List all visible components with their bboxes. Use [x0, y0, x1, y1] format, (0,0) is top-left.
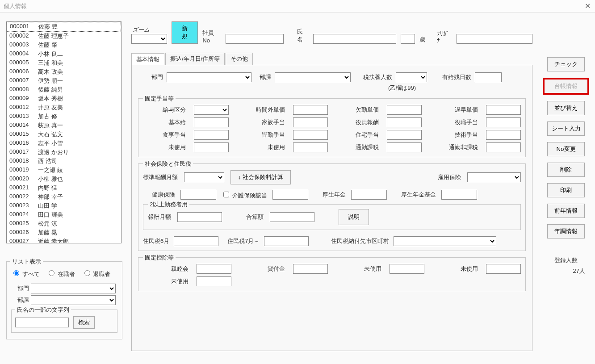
- employee-row[interactable]: 000017渡邊 かおり: [7, 148, 121, 157]
- tab-other[interactable]: その他: [226, 53, 253, 65]
- employee-row[interactable]: 000001佐藤 豊: [7, 22, 121, 32]
- radio-all[interactable]: すべて: [11, 271, 40, 277]
- filter-dept-select[interactable]: [31, 284, 116, 293]
- multi-monthly-input[interactable]: [177, 212, 222, 222]
- employee-row[interactable]: 000024田口 輝美: [7, 210, 121, 219]
- search-button[interactable]: 検索: [73, 316, 95, 329]
- nursing-checkbox[interactable]: 介護保険該当: [222, 190, 267, 200]
- sort-button[interactable]: 並び替え: [547, 101, 585, 115]
- employee-row[interactable]: 000018西 浩司: [7, 157, 121, 166]
- unused1-input[interactable]: [194, 142, 229, 152]
- age-input[interactable]: [401, 34, 415, 44]
- employee-row[interactable]: 000006高木 政美: [7, 67, 121, 76]
- resident-city-select[interactable]: [394, 236, 496, 246]
- overtime-rate-input[interactable]: [293, 105, 328, 115]
- ledger-button[interactable]: 台帳情報: [543, 78, 589, 95]
- dept-select[interactable]: [167, 72, 251, 82]
- employee-row[interactable]: 000009坂本 秀樹: [7, 94, 121, 103]
- commute-nontax-input[interactable]: [486, 142, 521, 152]
- employee-row[interactable]: 000020小柳 雅也: [7, 175, 121, 184]
- radio-retired[interactable]: 退職者: [82, 271, 111, 277]
- employee-id: 000004: [9, 50, 38, 58]
- renumber-button[interactable]: No変更: [547, 142, 585, 156]
- employee-row[interactable]: 000022神部 幸子: [7, 192, 121, 201]
- employee-row[interactable]: 000025松元 涼: [7, 219, 121, 228]
- employee-row[interactable]: 000021内野 猛: [7, 184, 121, 192]
- otsu-note: (乙欄は99): [388, 84, 526, 92]
- employee-row[interactable]: 000003佐藤 肇: [7, 41, 121, 50]
- family-input[interactable]: [293, 117, 328, 127]
- prev-year-button[interactable]: 前年情報: [547, 204, 585, 218]
- employee-row[interactable]: 000005三浦 和美: [7, 59, 121, 67]
- commute-tax-input[interactable]: [387, 142, 422, 152]
- housing-input[interactable]: [387, 130, 422, 140]
- tab-transfer[interactable]: 振込/年月日/住所等: [165, 53, 225, 65]
- filter-dept-label: 部門: [11, 285, 29, 293]
- delete-button[interactable]: 削除: [547, 163, 585, 177]
- employee-row[interactable]: 000008後藤 純男: [7, 85, 121, 94]
- health-input[interactable]: [180, 190, 216, 200]
- pension-input[interactable]: [351, 190, 387, 200]
- name-search-input[interactable]: [15, 318, 69, 327]
- calc-insurance-button[interactable]: ↓ 社会保険料計算: [230, 170, 291, 184]
- attend-label: 皆勤手当: [237, 131, 285, 139]
- tech-input[interactable]: [486, 130, 521, 140]
- multi-total-input[interactable]: [270, 212, 314, 222]
- employee-row[interactable]: 000023山田 学: [7, 201, 121, 210]
- pension-fund-input[interactable]: [441, 190, 477, 200]
- attend-input[interactable]: [293, 130, 328, 140]
- employee-list[interactable]: 000001佐藤 豊000002佐藤 理恵子000003佐藤 肇000004小林…: [6, 21, 122, 243]
- radio-active[interactable]: 在職者: [46, 271, 75, 277]
- employee-row[interactable]: 000002佐藤 理恵子: [7, 32, 121, 41]
- officer-allow-input[interactable]: [486, 117, 521, 127]
- health-label: 健康保険: [152, 191, 175, 199]
- loan-input[interactable]: [293, 264, 328, 274]
- resident6-input[interactable]: [174, 236, 218, 246]
- commute-tax-label: 通勤課税: [336, 143, 379, 151]
- check-button[interactable]: チェック: [547, 57, 585, 71]
- nursing-input[interactable]: [272, 190, 308, 200]
- paid-leave-input[interactable]: [475, 72, 502, 82]
- employee-row[interactable]: 000019一之瀬 綾: [7, 166, 121, 175]
- emp-no-input[interactable]: [226, 34, 284, 44]
- employee-row[interactable]: 000015大石 弘文: [7, 130, 121, 139]
- employee-row[interactable]: 000004小林 良二: [7, 50, 121, 59]
- list-filter-group: リスト表示 すべて 在職者 退職者 部門 部課 氏名の一部の文字列 検索: [6, 261, 122, 339]
- tab-basic[interactable]: 基本情報: [131, 53, 164, 65]
- filter-section-select[interactable]: [31, 295, 116, 305]
- unused2-input[interactable]: [293, 142, 328, 152]
- pay-class-select[interactable]: [194, 105, 229, 115]
- resident7-input[interactable]: [264, 236, 309, 246]
- friendship-input[interactable]: [197, 264, 231, 274]
- employee-row[interactable]: 000027近藤 幸太郎: [7, 237, 121, 243]
- officer-input[interactable]: [387, 117, 422, 127]
- section-select[interactable]: [275, 72, 351, 82]
- new-button[interactable]: 新規: [172, 21, 198, 44]
- employee-row[interactable]: 000016志平 小雪: [7, 139, 121, 148]
- emp-ins-select[interactable]: [467, 172, 521, 182]
- dependents-select[interactable]: [396, 72, 427, 82]
- sheet-button[interactable]: シート入力: [547, 121, 585, 136]
- late-rate-input[interactable]: [486, 105, 521, 115]
- explain-button[interactable]: 説明: [339, 209, 369, 225]
- employee-row[interactable]: 000013加古 修: [7, 112, 121, 121]
- employee-row[interactable]: 000012井原 友美: [7, 103, 121, 112]
- absence-rate-input[interactable]: [387, 105, 422, 115]
- meal-input[interactable]: [194, 130, 229, 140]
- base-input[interactable]: [194, 117, 229, 127]
- ded-unused3-input[interactable]: [197, 276, 231, 286]
- furigana-input[interactable]: [457, 34, 532, 44]
- std-monthly-select[interactable]: [184, 172, 224, 182]
- zoom-select[interactable]: [131, 34, 167, 44]
- employee-row[interactable]: 000014荻原 真一: [7, 121, 121, 130]
- close-icon[interactable]: ✕: [585, 2, 591, 10]
- yearend-button[interactable]: 年調情報: [547, 224, 585, 238]
- print-button[interactable]: 印刷: [547, 183, 585, 197]
- employee-name: 三浦 和美: [38, 59, 63, 67]
- ded-unused1-input[interactable]: [390, 264, 424, 274]
- ded-unused2-input[interactable]: [486, 264, 521, 274]
- employee-name: 一之瀬 綾: [38, 166, 63, 174]
- employee-row[interactable]: 000007伊勢 順一: [7, 76, 121, 85]
- name-input[interactable]: [313, 34, 396, 44]
- employee-row[interactable]: 000026加藤 晃: [7, 228, 121, 237]
